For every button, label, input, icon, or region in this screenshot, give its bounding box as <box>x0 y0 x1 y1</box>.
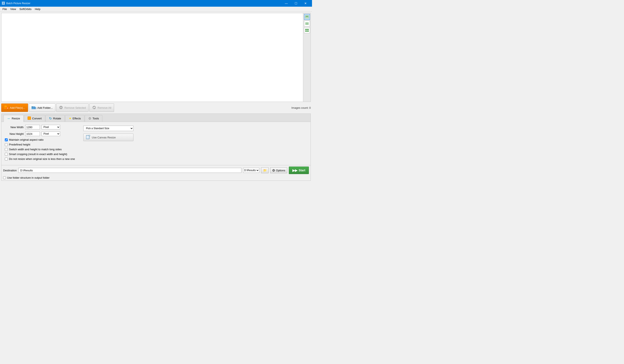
svg-rect-6 <box>305 29 307 30</box>
tab-convert-label: Convert <box>32 117 42 120</box>
tab-resize[interactable]: ↔ Resize <box>3 115 24 122</box>
resize-left: New Width Pixel Percent Centimeter Inch … <box>5 125 75 162</box>
no-resize-label[interactable]: Do not resize when original size is less… <box>9 157 75 161</box>
view-sidebar <box>303 13 311 102</box>
folder-structure-checkbox[interactable] <box>3 176 6 179</box>
preview-view-button[interactable] <box>304 14 310 20</box>
maintain-aspect-row: Maintain original aspect ratio <box>5 138 75 141</box>
svg-rect-5 <box>305 24 309 25</box>
maximize-button[interactable]: ☐ <box>291 0 301 7</box>
svg-rect-28 <box>86 136 89 139</box>
menu-softorbits[interactable]: SoftOrbits <box>18 7 33 11</box>
tools-icon: ⚙ <box>88 117 91 121</box>
no-resize-row: Do not resize when original size is less… <box>5 157 75 161</box>
menu-help[interactable]: Help <box>33 7 42 11</box>
minimize-button[interactable]: — <box>282 0 291 7</box>
svg-rect-26 <box>28 117 30 119</box>
width-input[interactable] <box>25 125 40 129</box>
rotate-icon: ↻ <box>49 117 52 121</box>
tab-effects-label: Effects <box>73 117 81 120</box>
add-folder-label: Add Folder... <box>37 106 53 109</box>
remove-all-label: Remove All <box>98 106 111 109</box>
svg-rect-4 <box>305 23 309 24</box>
smart-crop-checkbox[interactable] <box>5 153 8 156</box>
start-label: Start <box>299 169 305 172</box>
switch-wh-label[interactable]: Switch width and height to match long si… <box>9 148 62 151</box>
remove-selected-label: Remove Selected <box>64 106 86 109</box>
width-unit-select[interactable]: Pixel Percent Centimeter Inch <box>42 125 60 129</box>
folder-structure-row: Use folder structure in output folder <box>3 176 50 179</box>
list-view-button[interactable] <box>304 21 310 26</box>
smart-crop-label[interactable]: Smart cropping (result in exact width an… <box>9 153 67 156</box>
tab-tools[interactable]: ⚙ Tools <box>85 115 102 122</box>
remove-all-button[interactable]: Remove All <box>89 103 114 112</box>
start-icon: ▶▶ <box>292 169 297 172</box>
smart-crop-row: Smart cropping (result in exact width an… <box>5 153 75 156</box>
switch-wh-checkbox[interactable] <box>5 148 8 151</box>
tabs: ↔ Resize Convert ↻ Rotate ✦ Effects ⚙ To… <box>1 114 311 122</box>
browse-destination-button[interactable]: 📁 <box>261 167 269 173</box>
titlebar-controls: — ☐ ✕ <box>282 0 310 7</box>
app-title: Batch Picture Resizer <box>6 2 30 5</box>
gear-icon: ⚙ <box>272 169 275 172</box>
standard-size-select[interactable]: Pick a Standard Size <box>83 126 133 131</box>
destination-input[interactable] <box>18 168 241 173</box>
folder-structure-label[interactable]: Use folder structure in output folder <box>7 176 50 179</box>
folder-icon: 📁 <box>263 169 267 172</box>
images-count: Images count: 0 <box>291 106 311 109</box>
options-panel: ↔ Resize Convert ↻ Rotate ✦ Effects ⚙ To… <box>1 114 311 181</box>
titlebar-left: 🖼 Batch Picture Resizer <box>2 1 30 5</box>
svg-rect-2 <box>306 16 308 18</box>
width-label: New Width <box>5 126 24 129</box>
svg-rect-30 <box>89 135 90 136</box>
destination-select-arrow[interactable]: D:\Results <box>243 168 259 173</box>
add-files-label: Add File(s)... <box>10 106 25 109</box>
resize-tab-content: New Width Pixel Percent Centimeter Inch … <box>1 122 311 165</box>
resize-right: Pick a Standard Size Use Canvas Resize <box>83 125 133 162</box>
svg-rect-8 <box>305 30 307 32</box>
maintain-aspect-label[interactable]: Maintain original aspect ratio <box>9 138 43 141</box>
predefined-height-label[interactable]: Predefined height <box>9 143 30 146</box>
remove-selected-button[interactable]: Remove Selected <box>56 103 89 112</box>
add-files-button[interactable]: Add File(s)... <box>1 103 28 112</box>
effects-icon: ✦ <box>69 117 71 121</box>
height-label: New Height <box>5 132 24 135</box>
predefined-height-row: Predefined height <box>5 143 75 146</box>
tab-rotate-label: Rotate <box>53 117 61 120</box>
height-input[interactable] <box>25 131 40 136</box>
options-button[interactable]: ⚙ Options <box>270 167 287 173</box>
predefined-height-checkbox[interactable] <box>5 143 8 146</box>
remove-selected-icon <box>59 106 63 110</box>
close-button[interactable]: ✕ <box>301 0 310 7</box>
menubar: File View SoftOrbits Help <box>0 7 312 12</box>
canvas-resize-button[interactable]: Use Canvas Resize <box>83 134 133 141</box>
start-button[interactable]: ▶▶ Start <box>289 167 309 174</box>
titlebar: 🖼 Batch Picture Resizer — ☐ ✕ <box>0 0 312 7</box>
destination-bar: Destination D:\Results 📁 ⚙ Options ▶▶ St… <box>1 165 311 175</box>
svg-rect-11 <box>5 106 7 107</box>
canvas-resize-label: Use Canvas Resize <box>92 136 116 139</box>
tab-resize-label: Resize <box>12 117 20 120</box>
height-row: New Height Pixel Percent Centimeter Inch <box>5 131 75 136</box>
no-resize-checkbox[interactable] <box>5 158 8 161</box>
add-folder-button[interactable]: Add Folder... <box>29 103 55 112</box>
menu-view[interactable]: View <box>9 7 18 11</box>
height-unit-select[interactable]: Pixel Percent Centimeter Inch <box>42 131 60 136</box>
app-icon: 🖼 <box>2 1 5 5</box>
menu-file[interactable]: File <box>1 7 9 11</box>
image-list <box>1 13 303 102</box>
tab-rotate[interactable]: ↻ Rotate <box>46 115 65 122</box>
grid-view-button[interactable] <box>304 27 310 33</box>
maintain-aspect-checkbox[interactable] <box>5 138 8 141</box>
convert-icon <box>27 117 31 121</box>
options-label: Options <box>276 169 285 172</box>
destination-label: Destination <box>3 169 17 172</box>
switch-wh-row: Switch width and height to match long si… <box>5 148 75 151</box>
tab-tools-label: Tools <box>93 117 99 120</box>
tab-convert[interactable]: Convert <box>24 115 45 122</box>
main-window: Add File(s)... Add Folder... Remove Sele… <box>0 12 312 182</box>
remove-all-icon <box>92 106 96 110</box>
footer-bar: Use folder structure in output folder <box>1 175 311 181</box>
tab-effects[interactable]: ✦ Effects <box>65 115 85 122</box>
canvas-icon <box>86 135 90 140</box>
